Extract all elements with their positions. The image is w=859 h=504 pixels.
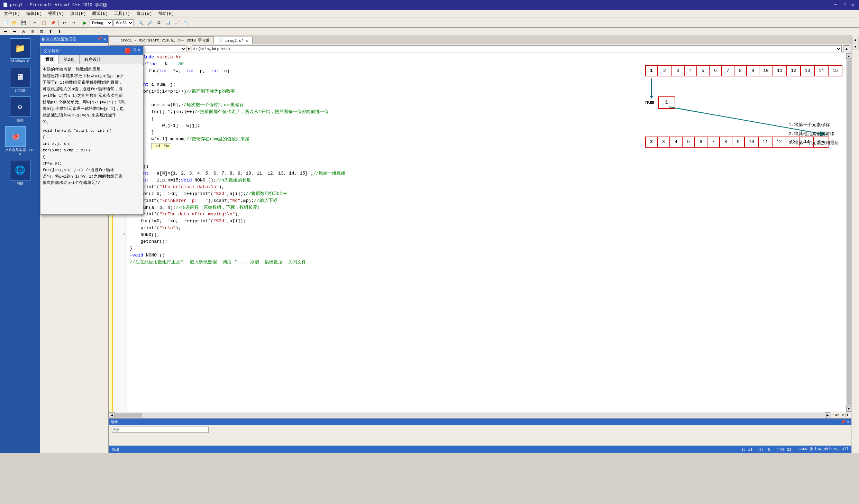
new-button[interactable]: 📄 [1,19,10,27]
code-line-23: printf("\nThe data after moving:\n"); [130,211,843,218]
toolbar2-btn4[interactable]: ≡ [28,28,37,35]
save-button[interactable]: 💾 [19,19,28,27]
solution-panel-controls[interactable]: 📌 ✕ [97,36,106,42]
text-analysis-titlebar[interactable]: 文字解析 🔴 □ ✕ [40,46,143,55]
taskbar-icon-network[interactable]: 🌐 网络 [10,160,30,186]
toolbar2-btn1[interactable]: ⬅ [1,28,10,35]
output-controls[interactable]: 📌 ✕ [841,420,849,424]
run-button[interactable]: ▶ [81,19,89,27]
menu-debug[interactable]: 调试(D) [89,10,111,17]
text-line-14: { [43,154,141,160]
scroll-bottom-button[interactable]: ▼ [846,406,852,412]
active-tab-close[interactable]: ✕ [246,38,248,43]
menu-window[interactable]: 窗口(W) [134,10,155,17]
code-line-16: ─main() [130,163,843,170]
tab-2nd[interactable]: 第2套 [59,55,80,64]
code-content[interactable]: 1 2 3 4 5 6 7 8 9 10 11 12 13 [127,53,846,412]
text-analysis-close-icon[interactable]: ✕ [138,47,140,54]
right-scrollbar[interactable]: ▲ ▼ [846,53,851,412]
copy-button[interactable]: 📋 [40,19,48,27]
open-button[interactable]: 📂 [10,19,19,27]
code-line-10: { [130,115,843,122]
scroll-up-button[interactable]: ▲ [843,45,850,52]
text-analysis-controls[interactable]: 🔴 □ ✕ [124,47,140,54]
text-line-6: 移动p+1个存储单元，即w[j-1]=w[j]；同时 [43,99,141,106]
scroll-top-button[interactable]: ▲ [846,53,852,59]
undo-button[interactable]: ↩ [60,19,68,27]
menu-tools[interactable]: 工具(T) [111,10,133,17]
output-pin-icon[interactable]: 📌 [841,420,846,424]
text-analysis-pin-icon[interactable]: 🔴 [124,47,131,54]
active-tab-icon: 📄 [218,38,223,43]
menu-help[interactable]: 帮助(H) [155,10,177,17]
toolbar2-btn3[interactable]: A [19,28,28,35]
text-line-5: p+1到n-1(含n-1)之间的数组元素依次向前 [43,93,141,99]
scroll-left-button[interactable]: ◀ [109,412,115,418]
right-panel-btn1[interactable]: ▲ [852,37,859,43]
text-line-11: { [43,134,141,141]
search-button[interactable]: 🔍 [137,19,145,27]
tab-zhiding[interactable]: 置顶 [40,55,59,64]
location-right-select[interactable]: fun(int * w, int p, int n) [192,45,842,52]
solution-panel-title: 解决方案资源管理器 [42,37,76,42]
output-search-input[interactable] [112,427,209,433]
taskbar-icon-computer[interactable]: 🖥 此电脑 [10,67,30,93]
toolbar-sep-2 [58,20,59,26]
platform-select[interactable]: Win32 x64 [113,19,134,26]
minimize-button[interactable]: ─ [832,2,839,8]
output-title: 输出 [111,419,119,424]
text-line-16: for(j=1;j<n; j++) /*通过for循环 [43,167,141,174]
taskbar-icon-usmart[interactable]: 📁 Windows 8 [10,38,30,63]
code-line-29: ─void NONO () [130,252,843,259]
toolbar-btn-extra2[interactable]: 📊 [164,19,172,27]
menu-file[interactable]: 文件(F) [1,10,23,17]
code-line-13: w[n-1] = num;//把储存在num里的值放到末尾 int *w [130,136,843,150]
menu-project[interactable]: 项目(P) [67,10,89,17]
close-button[interactable]: ✕ [849,2,856,8]
output-panel: 输出 📌 ✕ [109,418,851,446]
toolbar-btn-extra1[interactable]: ⚙ [155,19,163,27]
paste-button[interactable]: 📌 [49,19,57,27]
scroll-thumb[interactable] [847,59,851,405]
text-line-3: 于等于n-1)的数组元素平移到数组的最后， [43,80,141,86]
debug-mode-select[interactable]: Debug Release [90,19,113,26]
taskbar-icon-ctrl[interactable]: ⚙ 控制 [10,96,30,123]
tab-design[interactable]: 程序设计 [80,55,106,64]
toolbar-sep-1 [29,20,29,26]
code-line-18: int i,p,n=15;void NONO ();//n为数组的长度 [130,177,843,184]
h-scrollbar-track[interactable] [115,413,825,418]
cut-button[interactable]: ✂ [31,19,39,27]
zoom-level: 146 % [833,413,844,417]
restore-button[interactable]: □ [841,2,848,8]
code-line-22: fun(a, p, n);//传递函数（原始数组，下标，数组长度） [130,204,843,211]
menu-view[interactable]: 视图(V) [45,10,67,17]
toolbar2-btn7[interactable]: ⬇ [55,28,64,35]
text-line-17: 语句，将p+1到n-1(含n-1)之间的数组元素 [43,174,141,180]
taskbar-icon-octopus[interactable]: 🐙 八爪鱼采集器 1438 [5,126,34,156]
find-button[interactable]: 🔎 [146,19,154,27]
solution-pin-icon[interactable]: 📌 [97,36,102,42]
toolbar2-btn5[interactable]: ≣ [37,28,46,35]
editor-tab-active[interactable]: 📄 prog1.c* ✕ [214,37,252,44]
output-close-icon[interactable]: ✕ [847,420,849,424]
redo-button[interactable]: ↪ [69,19,77,27]
zoom-dropdown-button[interactable]: ▼ [846,413,849,417]
toolbar-btn-extra4[interactable]: 📉 [182,19,190,27]
code-line-3: ─void fun(int *w, int p, int n) [130,68,843,75]
solution-close-icon[interactable]: ✕ [103,36,106,42]
editor-tab-inactive[interactable]: 📄 prog1 - Microsoft Visual C++ 2010 学习版 [109,36,214,44]
title-bar-left: 📄 prog1 - Microsoft Visual C++ 2010 学习版 [3,2,107,8]
toolbar-btn-extra3[interactable]: 📈 [173,19,181,27]
menu-edit[interactable]: 编辑(E) [24,10,45,17]
text-analysis-restore-icon[interactable]: □ [133,47,136,54]
scroll-right-button[interactable]: ▶ [825,412,830,418]
title-bar-controls[interactable]: ─ □ ✕ [832,2,856,8]
code-line-2: #define N 80 [130,61,843,68]
text-line-4: 可以根据输入的p值，通过for循环语句，将 [43,86,141,93]
toolbar2-btn6[interactable]: ⬆ [46,28,55,35]
h-scrollbar-thumb[interactable] [115,413,142,418]
right-panel-btn2[interactable]: ▼ [852,44,859,50]
toolbar2-btn2[interactable]: ➡ [10,28,19,35]
status-chars: 字符 32 [777,447,792,452]
toolbar-sep-3 [79,20,79,26]
